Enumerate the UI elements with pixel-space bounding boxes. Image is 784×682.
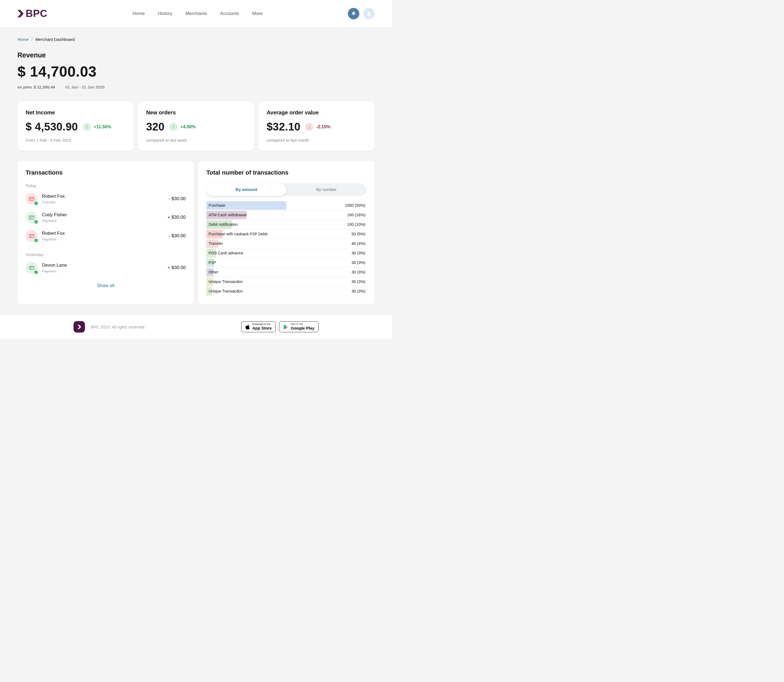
stat-card-net-income: Net Income $ 4,530.90 ↑ +11.50% From 1 F…: [17, 101, 134, 151]
chart-category-label: Transfer: [206, 241, 223, 246]
check-badge-icon: ✓: [34, 270, 38, 274]
transaction-name: Robert Fox: [42, 194, 164, 199]
card-icon: ✓: [25, 193, 38, 205]
breadcrumb: Home / Merchant Dashboard: [17, 37, 375, 42]
transaction-type: Transfer: [42, 200, 164, 204]
chart-value-label: 30 (3%): [351, 251, 366, 255]
chart-category-label: ATM Cash withdrawal: [206, 213, 246, 217]
trend-down-icon: ↓: [305, 123, 313, 131]
show-all-link[interactable]: Show all: [25, 283, 186, 288]
nav-item-accounts[interactable]: Accounts: [220, 11, 239, 16]
avatar[interactable]: [363, 8, 375, 19]
breadcrumb-current: Merchant Dashboard: [35, 37, 75, 42]
transaction-amount: - $30.00: [169, 233, 186, 239]
revenue-amount: $ 14,700.03: [17, 63, 375, 80]
transaction-name: Devon Lane: [42, 263, 163, 268]
brand-logo[interactable]: BPC: [17, 8, 48, 19]
page-title: Revenue: [17, 51, 375, 59]
chart-value-label: 100 (10%): [347, 222, 366, 226]
stat-value: 320: [146, 121, 165, 133]
chart-row: Purchase1000 (50%): [206, 201, 366, 210]
card-icon: ✓: [25, 211, 38, 223]
chart-category-label: Other: [206, 270, 218, 274]
stat-subtitle: compared to last month: [267, 138, 366, 142]
transaction-type: Payment: [42, 269, 163, 273]
brand-chevron-icon: [17, 10, 24, 18]
transaction-row[interactable]: ✓Cody FisherPayment+ $30.00: [25, 208, 186, 226]
footer-store-badges: Download on the App Store GET IT ON Goog…: [241, 321, 318, 332]
stat-card-average-order-value: Average order value $32.10 ↓ -2.15% comp…: [258, 101, 375, 151]
chart-category-label: Purchase: [206, 203, 225, 207]
chart-category-label: Debit notification: [206, 222, 238, 226]
tab-by-amount[interactable]: By amount: [206, 183, 286, 196]
chart-row: ATM Cash withdrawal160 (16%): [206, 210, 366, 220]
check-badge-icon: ✓: [34, 220, 38, 224]
footer-logo: [73, 321, 85, 333]
transaction-amount: + $30.00: [167, 215, 186, 220]
revenue-meta: vs prev. $ 11.300.44 01 Jan - 31 Jan 202…: [17, 85, 375, 89]
stat-delta: +4.00%: [180, 124, 196, 129]
stat-value: $ 4,530.90: [25, 121, 78, 133]
app-store-name: App Store: [252, 326, 272, 330]
transaction-row[interactable]: ✓Robert FoxTransfer- $30.00: [25, 190, 186, 208]
transactions-card: Transactions Today✓Robert FoxTransfer- $…: [17, 161, 194, 304]
nav-item-home[interactable]: Home: [133, 11, 145, 16]
breadcrumb-home[interactable]: Home: [17, 37, 29, 42]
chart-row: Other30 (3%): [206, 268, 366, 277]
stat-delta: -2.15%: [316, 124, 330, 129]
stat-card-new-orders: New orders 320 ↑ +4.00% compared to last…: [138, 101, 254, 151]
app-footer: BPC 2023. All rights reserved. Download …: [0, 315, 392, 339]
transactions-chart-card: Total number of transactions By amount B…: [198, 161, 375, 304]
bell-icon: [351, 11, 356, 16]
nav-item-more[interactable]: More: [252, 11, 263, 16]
stat-value: $32.10: [267, 121, 300, 133]
footer-brand: BPC 2023. All rights reserved.: [73, 321, 145, 333]
tab-by-number[interactable]: By number: [286, 183, 366, 196]
google-play-tagline: GET IT ON: [291, 323, 315, 326]
main-nav: HomeHistoryMerchantsAccountsMore: [48, 11, 348, 16]
app-store-badge[interactable]: Download on the App Store: [241, 321, 276, 332]
chart-row: P2P30 (3%): [206, 258, 366, 268]
brand-logo-text: BPC: [25, 8, 48, 19]
chart-rows: Purchase1000 (50%)ATM Cash withdrawal160…: [206, 201, 366, 296]
stat-delta: +11.50%: [94, 124, 111, 129]
transaction-amount: + $30.00: [167, 265, 186, 271]
chart-value-label: 160 (16%): [347, 213, 366, 217]
chart-category-label: Unique Transacdon: [206, 289, 243, 293]
check-badge-icon: ✓: [34, 201, 38, 206]
chart-value-label: 1000 (50%): [345, 203, 366, 207]
chart-row: Debit notification100 (10%): [206, 220, 366, 229]
chart-value-label: 40 (4%): [351, 241, 366, 246]
chart-row: POS Cash advance30 (3%): [206, 249, 366, 258]
transaction-name: Cody Fisher: [42, 212, 163, 218]
transaction-row[interactable]: ✓Robert FoxPayment- $30.00: [25, 226, 186, 245]
google-play-badge[interactable]: GET IT ON Google Play: [279, 321, 318, 332]
chart-row: Transfer40 (4%): [206, 239, 366, 249]
stat-title: New orders: [146, 110, 246, 116]
card-icon: ✓: [25, 262, 38, 274]
notifications-button[interactable]: [348, 8, 359, 19]
breadcrumb-separator: /: [31, 37, 32, 42]
chart-view-toggle: By amount By number: [206, 183, 366, 196]
stats-row: Net Income $ 4,530.90 ↑ +11.50% From 1 F…: [17, 101, 375, 151]
footer-copyright: BPC 2023. All rights reserved.: [91, 325, 145, 329]
check-badge-icon: ✓: [34, 238, 38, 243]
stat-title: Net Income: [25, 110, 126, 116]
brand-chevron-icon: [78, 325, 81, 329]
nav-item-merchants[interactable]: Merchants: [185, 11, 207, 16]
trend-up-icon: ↑: [169, 123, 178, 131]
main-content: Home / Merchant Dashboard Revenue $ 14,7…: [0, 37, 392, 304]
transactions-group-label: Today: [25, 183, 186, 188]
user-icon: [366, 10, 372, 17]
revenue-period: 01 Jan - 31 Jan 2025: [65, 85, 105, 89]
app-store-tagline: Download on the: [252, 323, 272, 326]
nav-item-history[interactable]: History: [158, 11, 172, 16]
transactions-list: Today✓Robert FoxTransfer- $30.00✓Cody Fi…: [25, 183, 186, 277]
chart-value-label: 30 (3%): [351, 279, 366, 284]
transaction-type: Payment: [42, 237, 164, 241]
header-actions: [348, 8, 375, 19]
transaction-type: Payment: [42, 219, 163, 223]
apple-icon: [245, 324, 250, 330]
transaction-row[interactable]: ✓Devon LanePayment+ $30.00: [25, 258, 186, 277]
revenue-vs-prev: vs prev. $ 11.300.44: [17, 85, 55, 89]
